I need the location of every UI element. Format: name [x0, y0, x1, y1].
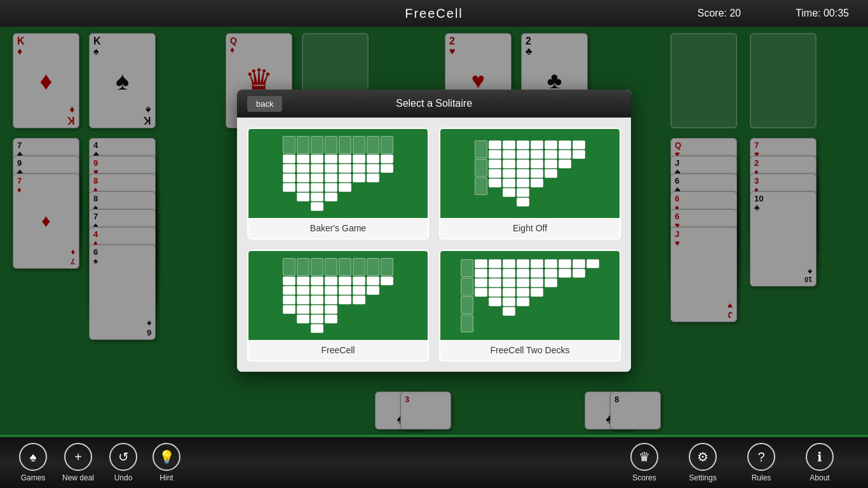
- about-icon: ℹ: [806, 443, 834, 471]
- settings-icon: ⚙: [689, 443, 717, 471]
- freecell-option[interactable]: FreeCell: [247, 250, 429, 362]
- games-button[interactable]: ♠ Games: [19, 443, 47, 482]
- games-label: Games: [21, 473, 46, 482]
- new-deal-label: New deal: [62, 473, 94, 482]
- hint-label: Hint: [159, 473, 173, 482]
- scores-button[interactable]: ♛ Scores: [630, 443, 658, 482]
- bakers-game-option[interactable]: Baker's Game: [247, 128, 429, 240]
- time-label: Time:: [796, 8, 820, 18]
- scores-label: Scores: [632, 473, 656, 482]
- score-value: 20: [729, 8, 741, 18]
- rules-button[interactable]: ? Rules: [747, 443, 775, 482]
- header: FreeCell Score: 20 Time: 00:35: [0, 0, 868, 27]
- hint-icon: 💡: [153, 443, 180, 471]
- app-title: FreeCell: [405, 6, 463, 21]
- dialog-title: Select a Solitaire: [396, 98, 472, 109]
- score-display: Score: 20: [698, 8, 742, 19]
- select-solitaire-dialog: back Select a Solitaire: [237, 90, 631, 372]
- score-label: Score:: [698, 8, 727, 18]
- rules-icon: ?: [747, 443, 775, 471]
- freecell-two-decks-preview: [440, 251, 620, 340]
- freecell-two-decks-option[interactable]: FreeCell Two Decks: [439, 250, 621, 362]
- bakers-game-preview: [248, 129, 428, 218]
- toolbar-right: ♛ Scores ⚙ Settings ? Rules ℹ About: [630, 443, 849, 482]
- undo-label: Undo: [114, 473, 133, 482]
- rules-label: Rules: [752, 473, 771, 482]
- freecell-label: FreeCell: [248, 340, 428, 360]
- eight-off-preview: [440, 129, 620, 218]
- eight-off-label: Eight Off: [440, 218, 620, 238]
- hint-button[interactable]: 💡 Hint: [153, 443, 180, 482]
- freecell-two-decks-label: FreeCell Two Decks: [440, 340, 620, 360]
- games-icon: ♠: [19, 443, 47, 471]
- settings-label: Settings: [689, 473, 716, 482]
- settings-button[interactable]: ⚙ Settings: [689, 443, 717, 482]
- time-value: 00:35: [824, 8, 849, 18]
- game-area: K♦ K♦ ♦ K♠ K♠ ♠ Q♦ ♛ 2♥ ♥ 2♣ ♣ 7♣ 9♣: [0, 27, 868, 461]
- about-button[interactable]: ℹ About: [806, 443, 834, 482]
- freecell-preview: [248, 251, 428, 340]
- dialog-body: Baker's Game: [237, 118, 631, 372]
- back-button[interactable]: back: [247, 96, 282, 112]
- bakers-game-label: Baker's Game: [248, 218, 428, 238]
- time-display: Time: 00:35: [796, 8, 849, 19]
- overlay: back Select a Solitaire: [0, 27, 868, 435]
- toolbar: ♠ Games + New deal ↺ Undo 💡 Hint ♛ Score…: [0, 437, 868, 488]
- about-label: About: [810, 473, 829, 482]
- eight-off-option[interactable]: Eight Off: [439, 128, 621, 240]
- dialog-header: back Select a Solitaire: [237, 90, 631, 118]
- new-deal-button[interactable]: + New deal: [62, 443, 94, 482]
- new-deal-icon: +: [64, 443, 92, 471]
- scores-icon: ♛: [630, 443, 658, 471]
- undo-icon: ↺: [109, 443, 137, 471]
- undo-button[interactable]: ↺ Undo: [109, 443, 137, 482]
